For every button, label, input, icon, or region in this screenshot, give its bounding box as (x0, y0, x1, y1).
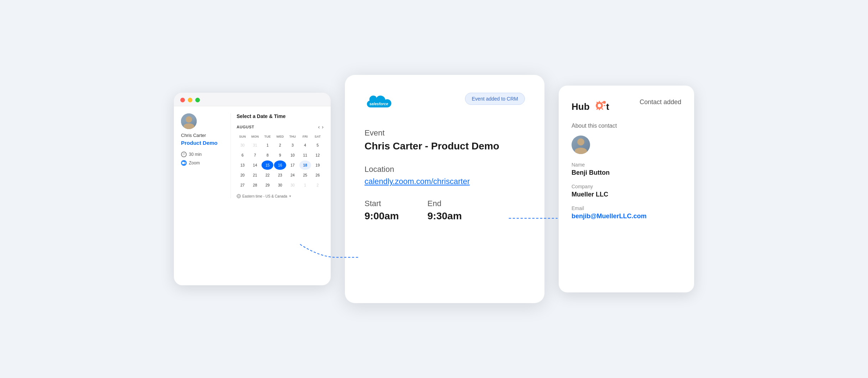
contact-avatar (572, 136, 590, 154)
cal-day-highlighted[interactable]: 18 (299, 160, 311, 170)
contact-name-field: Name Benji Button (572, 162, 681, 177)
col-mon: MON (249, 133, 261, 140)
sf-start-label: Start (365, 199, 399, 208)
col-wed: WED (274, 133, 286, 140)
calendar-grid: SUN MON TUE WED THU FRI SAT 30 31 1 2 (237, 133, 324, 190)
hubspot-panel: Hub (559, 86, 694, 292)
contact-company-field: Company Mueller LLC (572, 184, 681, 198)
host-name: Chris Carter (181, 133, 225, 138)
salesforce-panel: salesforce Event added to CRM Event Chri… (345, 75, 544, 303)
zoom-icon (181, 160, 187, 166)
avatar (181, 113, 197, 129)
svg-text:Hub: Hub (572, 101, 590, 112)
timezone-row[interactable]: Eastern time - US & Canada ▼ (237, 194, 324, 198)
sf-location-label: Location (365, 165, 525, 174)
window-minimize-dot[interactable] (188, 98, 192, 102)
cal-day[interactable]: 2 (274, 141, 286, 150)
hs-header: Hub (572, 98, 681, 113)
cal-day[interactable]: 28 (249, 180, 261, 190)
platform-detail: Zoom (181, 160, 225, 166)
cal-day[interactable]: 30 (287, 180, 299, 190)
cal-day[interactable]: 24 (287, 170, 299, 180)
calendly-sidebar: Chris Carter Product Demo ⏱ 30 min Zoom (181, 113, 231, 198)
cal-day[interactable]: 27 (237, 180, 248, 190)
svg-point-15 (603, 101, 606, 104)
cal-day[interactable]: 5 (312, 141, 324, 150)
sf-start-block: Start 9:00am (365, 199, 399, 222)
sf-end-block: End 9:30am (428, 199, 462, 222)
cal-day[interactable]: 19 (312, 160, 324, 170)
month-label: AUGUST (237, 125, 254, 129)
cal-day[interactable]: 13 (237, 160, 248, 170)
calendar-week-5: 27 28 29 30 30 1 2 (237, 180, 324, 190)
cal-day[interactable]: 1 (262, 141, 273, 150)
calendar-nav[interactable]: ‹ › (318, 124, 324, 130)
sf-event-label: Event (365, 128, 525, 138)
select-date-label: Select a Date & Time (237, 113, 324, 119)
cal-day[interactable]: 1 (299, 180, 311, 190)
cal-day[interactable]: 31 (249, 141, 261, 150)
svg-rect-8 (599, 108, 600, 110)
duration-detail: ⏱ 30 min (181, 152, 225, 157)
svg-text:salesforce: salesforce (370, 102, 388, 106)
sf-event-name: Chris Carter - Product Demo (365, 141, 525, 152)
sf-location-link[interactable]: calendly.zoom.com/chriscarter (365, 177, 525, 186)
cal-day[interactable]: 11 (299, 150, 311, 160)
svg-rect-9 (596, 105, 598, 106)
timezone-dropdown-arrow[interactable]: ▼ (289, 195, 291, 198)
cal-day[interactable]: 20 (237, 170, 248, 180)
sf-start-time: 9:00am (365, 210, 399, 222)
contact-added-label: Contact added (640, 98, 681, 106)
cal-day[interactable]: 8 (262, 150, 273, 160)
col-sat: SAT (312, 133, 324, 140)
cal-day[interactable]: 4 (299, 141, 311, 150)
event-added-badge: Event added to CRM (465, 93, 525, 105)
company-label: Company (572, 184, 681, 189)
svg-point-6 (598, 104, 601, 107)
cal-day[interactable]: 12 (312, 150, 324, 160)
col-fri: FRI (299, 133, 311, 140)
next-month-arrow[interactable]: › (322, 124, 324, 130)
svg-text:t: t (606, 101, 609, 112)
sf-end-time: 9:30am (428, 210, 462, 222)
name-value: Benji Button (572, 169, 681, 177)
col-tue: TUE (262, 133, 273, 140)
hubspot-logo: Hub (572, 98, 621, 113)
about-contact-label: About this contact (572, 123, 681, 129)
svg-rect-7 (599, 101, 600, 103)
cal-day[interactable]: 9 (274, 150, 286, 160)
cal-day[interactable]: 22 (262, 170, 273, 180)
cal-day[interactable]: 21 (249, 170, 261, 180)
cal-day[interactable]: 3 (287, 141, 299, 150)
cal-day[interactable]: 23 (274, 170, 286, 180)
cal-day[interactable]: 17 (287, 160, 299, 170)
company-value: Mueller LLC (572, 191, 681, 198)
cal-day[interactable]: 10 (287, 150, 299, 160)
cal-day[interactable]: 2 (312, 180, 324, 190)
svg-rect-10 (604, 105, 605, 106)
cal-day[interactable]: 26 (312, 170, 324, 180)
hubspot-logo-svg: Hub (572, 98, 621, 113)
cal-day[interactable]: 30 (237, 141, 248, 150)
prev-month-arrow[interactable]: ‹ (318, 124, 320, 130)
cal-day[interactable]: 7 (249, 150, 261, 160)
cal-day[interactable]: 14 (249, 160, 261, 170)
cal-day[interactable]: 30 (274, 180, 286, 190)
cal-day[interactable]: 25 (299, 170, 311, 180)
sf-header: salesforce Event added to CRM (365, 93, 525, 114)
sf-time-row: Start 9:00am End 9:30am (365, 199, 525, 222)
cal-day[interactable]: 6 (237, 150, 248, 160)
col-thu: THU (287, 133, 299, 140)
window-maximize-dot[interactable] (195, 98, 200, 102)
calendly-calendar: Select a Date & Time AUGUST ‹ › SUN MON … (231, 113, 324, 198)
calendar-week-1: 30 31 1 2 3 4 5 (237, 141, 324, 150)
col-sun: SUN (237, 133, 248, 140)
cal-day-today[interactable]: 15 (262, 160, 273, 170)
sf-end-label: End (428, 199, 462, 208)
window-close-dot[interactable] (180, 98, 185, 102)
contact-email-field: Email benjib@MuellerLLC.com (572, 205, 681, 220)
window-chrome (174, 93, 331, 106)
cal-day[interactable]: 29 (262, 180, 273, 190)
email-value[interactable]: benjib@MuellerLLC.com (572, 213, 681, 220)
cal-day-selected[interactable]: 16 (274, 160, 286, 170)
